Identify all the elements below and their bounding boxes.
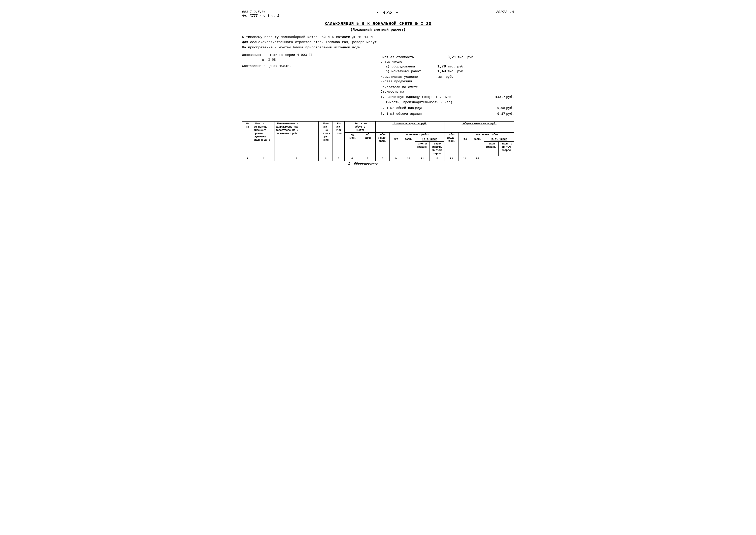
- sostavlena-label: Составлена в ценах 1984г.: [242, 64, 291, 68]
- th-se-obo: :обо-:рудо-:ван.: [375, 133, 389, 156]
- smeta-cost-row: Сметная стоимость 3,21 тыс. руб.: [381, 55, 514, 59]
- equipment-value: 1,78: [438, 65, 446, 69]
- th-se-osn: :осн.: [402, 137, 415, 156]
- th-se-zarpl: :зарпл:машин.:в т.ч::зарпл:: [430, 142, 444, 156]
- table-header-row1: №№пп :Шифр и:№ позиц.:прейску:ранта:ценн…: [242, 121, 514, 133]
- th-os-eksp: :эксп:машин.: [484, 142, 498, 156]
- th-ves-ob: :об-:щий: [360, 133, 376, 156]
- section-title-cell: I. Оборудование: [242, 161, 484, 169]
- table-section: №№пп :Шифр и:№ позиц.:прейску:ранта:ценн…: [242, 121, 514, 169]
- smeta-cost-unit: тыс. руб.: [458, 55, 475, 59]
- normativnaya-unit: тыс. руб.: [436, 75, 454, 79]
- cost-per-unit-block: 1. Расчетную единицу (мощность, вмес- ти…: [381, 95, 514, 117]
- th-os-osn: :осн.: [471, 137, 484, 156]
- smeta-block: Сметная стоимость 3,21 тыс. руб. в том ч…: [378, 55, 514, 117]
- cost-item-2: 2. 1 м2 общей площади 0,98 руб.: [381, 106, 514, 111]
- doc-number-line2: Ал. XIII кн. 3 ч. 2: [242, 14, 279, 17]
- th-se-v-t-chisle: :в т.числе: [415, 137, 444, 142]
- col-num-11: 11: [415, 156, 430, 161]
- normativnaya-row: Нормативная условно- чистая продукция ты…: [381, 75, 514, 84]
- cost-item-1-value: 142,7: [495, 95, 505, 100]
- col-num-7: 7: [360, 156, 376, 161]
- th-os-go: :го: [458, 137, 471, 156]
- v-tom-chisle-label: в том числе: [381, 60, 402, 64]
- th-edi: :Еди-:ни-:ца:изме-:ре-:ния: [318, 121, 333, 156]
- sub-items-block: а) оборудования 1,78 тыс. руб. б) монтаж…: [386, 65, 514, 73]
- th-nn: №№пп: [242, 121, 253, 156]
- cost-item-3-unit: руб.: [506, 111, 514, 117]
- equipment-label: а) оборудования: [386, 65, 436, 69]
- th-os-zarpl: :зарпл.::в т.ч:зарпл: [498, 142, 514, 156]
- th-ves: :Вес в тн:брутто:нетто: [344, 121, 375, 133]
- cost-item-2-unit: руб.: [506, 106, 514, 111]
- normativnaya-label: Нормативная условно- чистая продукция: [381, 75, 436, 84]
- col-num-2: 2: [253, 156, 275, 161]
- osnowanie-row2: в. 3-08: [242, 58, 373, 62]
- cost-item-1-label: 1. Расчетную единицу (мощность, вмес- ти…: [381, 95, 495, 105]
- col-num-6: 6: [344, 156, 360, 161]
- col-num-1: 1: [242, 156, 253, 161]
- info-grid: Основание: чертежи по серии 4.903-II в. …: [242, 53, 514, 117]
- main-table: №№пп :Шифр и:№ позиц.:прейску:ранта:ценн…: [242, 121, 514, 169]
- th-koli: :Ко-:ли-:чес:тво: [333, 121, 344, 156]
- osnowanie-row: Основание: чертежи по серии 4.903-II: [242, 53, 373, 57]
- v-tom-chisle-row: в том числе: [381, 60, 514, 64]
- th-os-montazh: :монтажных работ: [458, 133, 514, 137]
- title-section: КАЛЬКУЛЯЦИЯ № 9 К ЛОКАЛЬНОЙ СМЕТЕ № I-20…: [242, 22, 514, 32]
- stoimost-na-label: Стоимость на:: [381, 90, 406, 94]
- stoimost-na-row: Стоимость на:: [381, 90, 514, 94]
- th-os-v-t-chisle: :в т. числе: [484, 137, 514, 142]
- main-title: КАЛЬКУЛЯЦИЯ № 9 К ЛОКАЛЬНОЙ СМЕТЕ № I-20: [242, 22, 514, 26]
- col-num-13: 13: [444, 156, 458, 161]
- cost-item-1-unit: руб.: [506, 95, 514, 100]
- osnowanie-label2: в. 3-08: [262, 58, 276, 62]
- th-shifr: :Шифр и:№ позиц.:прейску:ранта:ценника:ц…: [253, 121, 275, 156]
- th-ves-ed: :ед.:изм.: [344, 133, 360, 156]
- cost-item-2-label: 2. 1 м2 общей площади: [381, 106, 497, 111]
- col-num-14: 14: [458, 156, 471, 161]
- osnowanie-label: Основание: чертежи по серии 4.903-II: [242, 53, 313, 57]
- section-title-text: I. Оборудование: [348, 162, 378, 166]
- col-num-8: 8: [375, 156, 389, 161]
- cost-item-1: 1. Расчетную единицу (мощность, вмес- ти…: [381, 95, 514, 105]
- pokazateli-label: Показатели по смете: [381, 85, 418, 89]
- th-se-eksp: :экспл:машин:: [415, 142, 430, 156]
- col-num-12: 12: [430, 156, 444, 161]
- th-naim: :Наименование и:характеристика:оборудова…: [275, 121, 318, 156]
- montazh-value: 1,43: [438, 69, 446, 73]
- montazh-label: б) монтажных работ: [386, 70, 436, 73]
- th-se-montazh: :монтажных работ: [389, 133, 444, 137]
- cost-item-3-value: 0,17: [497, 111, 505, 117]
- smeta-cost-value: 3,21: [448, 55, 456, 59]
- header-left: 903-I-215.84 Ал. XIII кн. 3 ч. 2: [242, 10, 279, 17]
- cost-item-2-value: 0,98: [497, 106, 505, 111]
- smeta-cost-label: Сметная стоимость: [381, 55, 446, 59]
- doc-id: 20072-19: [496, 10, 514, 14]
- col-num-4: 4: [318, 156, 333, 161]
- th-obshhaya-stoimost: :Общая стоимость в руб.: [444, 121, 514, 133]
- subtitle: (Локальный сметный расчет): [242, 28, 514, 32]
- table-row-empty: I. Оборудование: [242, 161, 514, 169]
- description-block: К типовому проекту полносборной котельно…: [242, 35, 514, 50]
- col-num-3: 3: [275, 156, 318, 161]
- info-left: Основание: чертежи по серии 4.903-II в. …: [242, 53, 378, 117]
- col-num-15: 15: [471, 156, 484, 161]
- col-num-5: 5: [333, 156, 344, 161]
- desc-line2: для сельскохозяйственного строительства.…: [242, 40, 514, 45]
- table-col-numbers: 1 2 3 4 5 6 7 8 9 10 11 12 13 14 15: [242, 156, 514, 161]
- col-num-9: 9: [389, 156, 402, 161]
- col-num-10: 10: [402, 156, 415, 161]
- pokazateli-row: Показатели по смете: [381, 85, 514, 89]
- page-header: 903-I-215.84 Ал. XIII кн. 3 ч. 2 - 475 -…: [242, 10, 514, 17]
- th-os-obo: :обо-:рудо-:ван.: [444, 133, 458, 156]
- desc-line1: К типовому проекту полносборной котельно…: [242, 35, 514, 40]
- page-number: - 475 -: [377, 10, 399, 15]
- montazh-unit: тыс. руб.: [447, 70, 465, 73]
- cost-item-3-label: 3. 1 м3 объема здания: [381, 111, 497, 117]
- equipment-row: а) оборудования 1,78 тыс. руб.: [386, 65, 514, 69]
- th-stoimost-edinitsy: :Стоимость един. в руб.: [375, 121, 444, 133]
- cost-item-3: 3. 1 м3 объема здания 0,17 руб.: [381, 111, 514, 117]
- desc-line3: На приобретение и монтаж блока приготовл…: [242, 45, 514, 50]
- sostavlena-row: Составлена в ценах 1984г.: [242, 64, 373, 68]
- montazh-row: б) монтажных работ 1,43 тыс. руб.: [386, 69, 514, 73]
